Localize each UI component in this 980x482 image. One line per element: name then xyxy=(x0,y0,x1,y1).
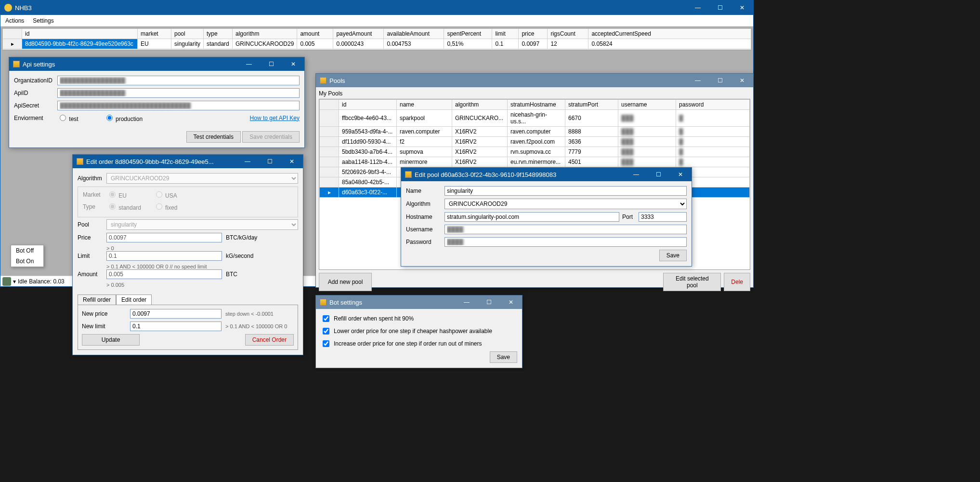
maximize-button[interactable]: ☐ xyxy=(478,295,500,309)
save-credentials-button[interactable]: Save credentials xyxy=(242,131,300,143)
refill-checkbox[interactable]: Refill order when spent hit 90% xyxy=(321,314,517,323)
pools-titlebar[interactable]: Pools — ☐ ✕ xyxy=(316,74,753,87)
close-button[interactable]: ✕ xyxy=(731,0,753,15)
orders-grid[interactable]: id market pool type algorithm amount pay… xyxy=(2,28,752,50)
pool-row[interactable]: df11dd90-5930-4...f2X16RV2raven.f2pool.c… xyxy=(320,137,750,147)
order-row[interactable]: ▸ 8d804590-9bbb-4f2c-8629-49ee520e963c E… xyxy=(3,39,751,49)
cell[interactable]: 0.0097 xyxy=(519,39,548,49)
close-button[interactable]: ✕ xyxy=(500,295,522,309)
col-algo[interactable]: algorithm xyxy=(452,100,508,110)
col-rigs[interactable]: rigsCount xyxy=(548,29,588,39)
newlimit-input[interactable] xyxy=(130,321,222,331)
apisecret-input[interactable] xyxy=(57,101,300,110)
bot-icon[interactable] xyxy=(2,277,11,286)
bot-settings-window[interactable]: Bot settings — ☐ ✕ Refill order when spe… xyxy=(315,295,523,368)
cell[interactable]: 0.0000243 xyxy=(333,39,384,49)
api-titlebar[interactable]: Api settings — ☐ ✕ xyxy=(9,57,304,71)
maximize-button[interactable]: ☐ xyxy=(260,57,282,71)
bot-menu[interactable]: Bot Off Bot On xyxy=(11,245,44,267)
maximize-button[interactable]: ☐ xyxy=(259,154,281,169)
col-algorithm[interactable]: algorithm xyxy=(233,29,297,39)
menu-settings[interactable]: Settings xyxy=(33,17,53,24)
cell[interactable]: 0,51% xyxy=(444,39,492,49)
col-spent[interactable]: spentPercent xyxy=(444,29,492,39)
cell[interactable]: singularity xyxy=(171,39,204,49)
pool-row[interactable]: aaba1148-112b-4...minermoreX16RV2eu.rvn.… xyxy=(320,157,750,167)
minimize-button[interactable]: — xyxy=(456,295,478,309)
col-port[interactable]: stratumPort xyxy=(565,100,618,110)
col-id[interactable]: id xyxy=(22,29,138,39)
close-button[interactable]: ✕ xyxy=(282,57,304,71)
password-input[interactable] xyxy=(444,237,687,247)
close-button[interactable]: ✕ xyxy=(669,167,692,182)
bot-off-item[interactable]: Bot Off xyxy=(11,245,43,256)
maximize-button[interactable]: ☐ xyxy=(647,167,669,182)
minimize-button[interactable]: — xyxy=(687,0,709,15)
api-settings-window[interactable]: Api settings — ☐ ✕ OrganizationID ApiID … xyxy=(9,57,305,148)
editorder-titlebar[interactable]: Edit order 8d804590-9bbb-4f2c-8629-49ee5… xyxy=(73,155,303,168)
add-pool-button[interactable]: Add new pool xyxy=(319,273,372,291)
save-bot-button[interactable]: Save xyxy=(490,351,517,363)
minimize-button[interactable]: — xyxy=(236,154,259,169)
close-button[interactable]: ✕ xyxy=(281,154,303,169)
algorithm-select[interactable]: GRINCUCKAROOD29 xyxy=(444,199,687,209)
cell-id[interactable]: 8d804590-9bbb-4f2c-8629-49ee520e963c xyxy=(22,39,138,49)
edit-pool-window[interactable]: Edit pool d60a63c3-0f22-4b3c-9610-9f1548… xyxy=(401,167,692,267)
col-pass[interactable]: password xyxy=(676,100,750,110)
env-production[interactable]: production xyxy=(104,113,147,122)
tab-refill[interactable]: Refill order xyxy=(78,295,116,305)
col-market[interactable]: market xyxy=(138,29,171,39)
menu-actions[interactable]: Actions xyxy=(5,17,24,24)
cell[interactable]: 0.005 xyxy=(297,39,333,49)
col-limit[interactable]: limit xyxy=(492,29,519,39)
cell[interactable]: EU xyxy=(138,39,171,49)
apiid-input[interactable] xyxy=(57,88,300,98)
save-pool-button[interactable]: Save xyxy=(659,250,687,261)
col-pool[interactable]: pool xyxy=(171,29,204,39)
cell[interactable]: 12 xyxy=(548,39,588,49)
port-input[interactable] xyxy=(639,212,687,222)
cancel-order-button[interactable]: Cancel Order xyxy=(245,334,294,346)
col-user[interactable]: username xyxy=(618,100,676,110)
increase-checkbox[interactable]: Increase order price for one step if ord… xyxy=(321,339,517,348)
maximize-button[interactable]: ☐ xyxy=(709,73,731,88)
lower-checkbox[interactable]: Lower order price for one step if cheape… xyxy=(321,326,517,336)
col-name[interactable]: name xyxy=(397,100,452,110)
edit-order-window[interactable]: Edit order 8d804590-9bbb-4f2c-8629-49ee5… xyxy=(72,154,303,355)
cell[interactable]: 0.004753 xyxy=(384,39,444,49)
col-type[interactable]: type xyxy=(204,29,233,39)
col-payed[interactable]: payedAmount xyxy=(333,29,384,39)
edit-pool-button[interactable]: Edit selected pool xyxy=(663,273,721,291)
col-available[interactable]: availableAmount xyxy=(384,29,444,39)
orgid-input[interactable] xyxy=(57,76,300,85)
username-input[interactable] xyxy=(444,225,687,234)
env-test[interactable]: test xyxy=(57,113,101,122)
main-titlebar[interactable]: NHB3 — ☐ ✕ xyxy=(0,0,753,15)
delete-pool-button[interactable]: Dele xyxy=(724,273,750,291)
name-input[interactable] xyxy=(444,186,687,196)
bot-dropdown-icon[interactable]: ▾ xyxy=(13,278,16,285)
col-host[interactable]: stratumHostname xyxy=(508,100,565,110)
minimize-button[interactable]: — xyxy=(238,57,260,71)
maximize-button[interactable]: ☐ xyxy=(709,0,731,15)
pool-row[interactable]: 5bdb3430-a7b6-4...supmovaX16RV2rvn.supmo… xyxy=(320,147,750,157)
api-help-link[interactable]: How to get API Key xyxy=(250,115,300,121)
tab-edit[interactable]: Edit order xyxy=(116,295,152,305)
editpool-titlebar[interactable]: Edit pool d60a63c3-0f22-4b3c-9610-9f1548… xyxy=(401,168,692,181)
minimize-button[interactable]: — xyxy=(687,73,709,88)
col-id[interactable]: id xyxy=(339,100,397,110)
cell[interactable]: standard xyxy=(204,39,233,49)
col-price[interactable]: price xyxy=(519,29,548,39)
bot-on-item[interactable]: Bot On xyxy=(11,256,43,267)
col-speed[interactable]: acceptedCurrentSpeed xyxy=(588,29,751,39)
host-input[interactable] xyxy=(444,212,619,222)
newprice-input[interactable] xyxy=(130,309,222,319)
minimize-button[interactable]: — xyxy=(625,167,647,182)
col-amount[interactable]: amount xyxy=(297,29,333,39)
test-credentials-button[interactable]: Test credentials xyxy=(186,131,241,143)
pool-row[interactable]: 959a5543-d9fa-4-...raven.computerX16RV2r… xyxy=(320,127,750,137)
close-button[interactable]: ✕ xyxy=(731,73,753,88)
update-button[interactable]: Update xyxy=(82,334,140,346)
cell[interactable]: 0.05824 xyxy=(588,39,751,49)
bot-titlebar[interactable]: Bot settings — ☐ ✕ xyxy=(316,295,522,309)
